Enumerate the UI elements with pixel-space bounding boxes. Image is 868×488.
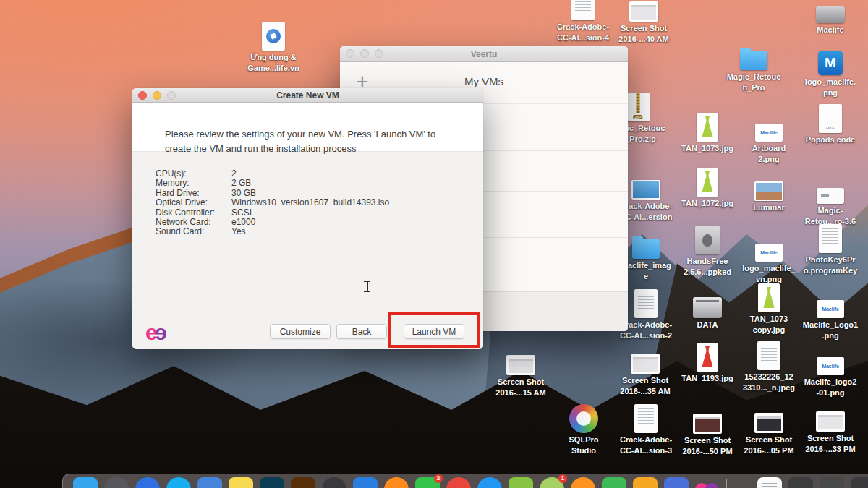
traffic-lights [138, 91, 176, 100]
dock-item-safari[interactable] [477, 477, 502, 488]
setting-label: Disk Controller: [156, 208, 231, 218]
minimize-button[interactable] [360, 49, 369, 58]
setting-row: Sound Card:Yes [156, 227, 389, 236]
shot-icon [754, 413, 783, 433]
dock-item-orange-sphere[interactable] [384, 477, 409, 488]
dock-item-launchpad[interactable] [104, 477, 129, 488]
desktop-icon-magic-retouch-pro-folder[interactable]: Magic_Retouch_Pro [714, 38, 793, 93]
sqlpro-icon [569, 404, 598, 433]
create-new-vm-dialog: Create New VM Please review the settings… [132, 88, 483, 349]
dock-item-orange-app[interactable] [633, 477, 658, 488]
mlcard-icon: Maclife [755, 124, 783, 142]
dialog-title: Create New VM [276, 90, 339, 100]
icon-text: M [825, 55, 836, 71]
desktop-icon-maclife-logo1-png[interactable]: MaclifeMaclife_Logo1.png [791, 286, 868, 341]
desktop-icon-popads-code[interactable]: RTFPopads code [791, 101, 868, 145]
dock-item-dark-app-1[interactable] [788, 477, 813, 488]
desktop-icon-maclife-device[interactable]: Maclife [791, 0, 868, 35]
notification-badge: 2 [434, 474, 443, 483]
setting-label: Hard Drive: [156, 189, 231, 198]
dress-icon [697, 343, 718, 372]
veertu-logo: ee [145, 320, 166, 345]
desktop-icon-ung-dung-game-webloc[interactable]: Ứng dụng &Game...life.vn [234, 19, 313, 74]
icon-label: logo_maclife.png [805, 77, 856, 98]
dock-item-dark-app-3[interactable] [851, 477, 868, 488]
desktop-icon-logo-maclife-png[interactable]: Mlogo_maclife.png [791, 43, 868, 98]
dock-item-notes[interactable] [229, 477, 253, 488]
setting-row: Optical Drive:Windows10_version1607_buil… [156, 198, 389, 207]
icon-label: Luminar [753, 202, 784, 213]
doc-icon: RTF [819, 104, 842, 133]
setting-value: SCSI [231, 208, 252, 218]
desktop-icon-screen-shot-33pm[interactable]: Screen Shot2016-...33 PM [791, 400, 868, 455]
intro-line-1: Please review the settings of your new V… [165, 127, 435, 142]
veertu-titlebar[interactable]: Veertu [340, 46, 628, 62]
dock-item-blue-app[interactable] [353, 477, 378, 488]
dock-item-pencil-green-app[interactable] [602, 477, 626, 488]
icon-label: Popads code [806, 134, 855, 145]
desktop-icon-screen-shot-40am[interactable]: Screen Shot2016-...40 AM [604, 0, 684, 45]
dock-item-photoshop[interactable] [260, 477, 284, 488]
folder-icon [740, 51, 767, 70]
icon-label: Screen Shot2016-...40 AM [618, 23, 668, 45]
desktop-icon-screen-shot-15am[interactable]: Screen Shot2016-...15 AM [481, 343, 561, 398]
doc-icon [634, 404, 658, 433]
desktop-icon-magic-retou-ro-36[interactable]: Magic-Retou...ro-3.6 [791, 172, 868, 227]
dock: 21 [62, 474, 868, 488]
dock-item-textedit-doc[interactable] [757, 477, 782, 488]
minimize-button[interactable] [153, 91, 161, 100]
dock-item-chat-green[interactable]: 2 [415, 477, 440, 488]
shot-icon [693, 414, 722, 434]
dock-item-illustrator[interactable] [291, 477, 315, 488]
intro-line-2: create the VM and run the installation p… [165, 142, 435, 156]
setting-value: e1000 [231, 218, 255, 227]
desktop-icon-photokey6pro-programkey[interactable]: PhotoKey6Pro.programKey [791, 221, 868, 276]
icon-label: SQLProStudio [569, 435, 599, 456]
icon-label: TAN_1073copy.jpg [750, 314, 788, 335]
icon-label: maclife_image [621, 260, 671, 282]
dock-item-green-badge-app[interactable]: 1 [540, 477, 564, 488]
icon-label: TAN_1073.jpg [681, 143, 733, 154]
dock-item-browser-globe[interactable] [135, 477, 160, 488]
dock-item-firefox[interactable] [571, 477, 595, 488]
setting-row: Network Card:e1000 [156, 218, 389, 227]
icon-label: TAN_1072.jpg [681, 198, 733, 209]
dress-icon [697, 113, 718, 142]
text-cursor [364, 281, 370, 292]
icon-label: Screen Shot2016-...15 AM [495, 377, 545, 398]
icon-label: Screen Shot2016-...50 PM [682, 435, 732, 457]
setting-row: Disk Controller:SCSI [156, 208, 389, 218]
customize-button[interactable]: Customize [270, 324, 331, 339]
dock-item-separator [726, 479, 727, 488]
icon-text: Maclife [760, 130, 778, 135]
dock-item-veertu[interactable] [695, 477, 720, 488]
doc-icon [819, 224, 842, 253]
dialog-titlebar[interactable]: Create New VM [132, 88, 483, 103]
dock-item-skype[interactable] [166, 477, 191, 488]
icon-label: TAN_1193.jpg [681, 373, 733, 384]
close-button[interactable] [346, 49, 354, 58]
zoom-button[interactable] [375, 49, 383, 58]
vm-settings-list: CPU(s):2Memory:2 GBHard Drive:30 GBOptic… [156, 169, 389, 237]
desktop-icon-maclife-logo2-01-png[interactable]: MaclifeMaclife_logo2-01.png [791, 343, 868, 398]
setting-label: Sound Card: [156, 227, 231, 236]
back-button[interactable]: Back [336, 324, 387, 339]
doc-icon [757, 341, 780, 370]
close-button[interactable] [138, 91, 147, 100]
dock-item-red-app[interactable] [446, 477, 471, 488]
dock-item-v-green-app[interactable] [509, 477, 533, 488]
zoom-button[interactable] [167, 91, 176, 100]
dock-item-flash-app[interactable] [664, 477, 689, 488]
dock-item-finder[interactable] [73, 477, 98, 488]
doc-icon [634, 289, 658, 318]
icon-label: PhotoKey6Pro.programKey [804, 254, 858, 276]
dock-item-dark-app-2[interactable] [820, 477, 844, 488]
notification-badge: 1 [558, 474, 567, 483]
setting-value: Windows10_version1607_build14393.iso [231, 198, 389, 207]
dmg-icon [817, 188, 844, 204]
desktop: Ứng dụng &Game...life.vnCrack-Adobe-CC-A… [0, 0, 868, 488]
mlcard-icon: Maclife [817, 300, 844, 318]
dock-item-camera-lens[interactable] [322, 477, 346, 488]
dock-item-photos-app[interactable] [197, 477, 222, 488]
window-title: Veertu [471, 49, 498, 59]
